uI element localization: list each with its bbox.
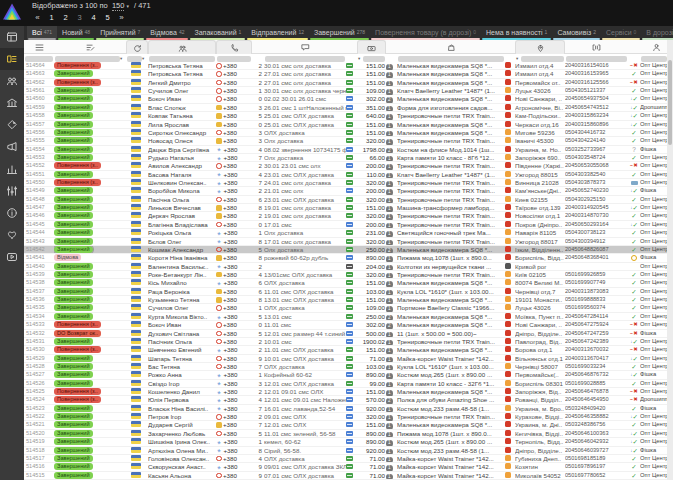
tab-Всі[interactable]: Всі471 xyxy=(27,26,57,40)
status-cell[interactable]: Завершений xyxy=(54,246,126,254)
filter-input[interactable] xyxy=(363,56,385,62)
phone-cell[interactable]: +380 xyxy=(216,196,252,204)
table-row[interactable]: 514556ЗавершенийСиротюк Олександр+3803ОЛ… xyxy=(24,129,673,137)
status-cell[interactable]: Повернення (з.. xyxy=(54,396,126,404)
pagination-page-3[interactable]: 3 xyxy=(74,12,85,23)
pagination-page-1[interactable]: 1 xyxy=(46,12,57,23)
phone-cell[interactable]: *+380 xyxy=(216,238,252,246)
table-row[interactable]: 514525Повернення (з..Кошеленко Данил*+38… xyxy=(24,388,673,396)
phone-cell[interactable]: *+380 xyxy=(216,179,252,187)
table-row[interactable]: 514546ЗавершенийДеркач Ярослав+380219.01… xyxy=(24,212,673,220)
ttn-number[interactable]: 20450647247259 xyxy=(565,330,628,338)
pagination-first-button[interactable]: « xyxy=(32,12,43,23)
table-row[interactable]: 514560ЗавершенийБокоч Иван+380002.02 30.… xyxy=(24,95,673,103)
table-row[interactable]: 514533Повернення (з..Бокоч Иван+380011.0… xyxy=(24,321,673,329)
ttn-number[interactable]: 0503248386756 xyxy=(565,421,628,429)
ttn-number[interactable]: 20450654937504 xyxy=(565,95,628,103)
ttn-number[interactable]: 0504304224140 xyxy=(565,137,628,145)
filter-input[interactable] xyxy=(398,56,504,62)
filter-input[interactable] xyxy=(127,56,142,62)
status-cell[interactable]: Завершений xyxy=(54,371,126,379)
ttn-number[interactable]: 20450646100363 xyxy=(565,430,628,438)
phone-cell[interactable]: +380 xyxy=(216,455,252,463)
filter-input[interactable] xyxy=(25,56,53,62)
status-cell[interactable]: Завершений xyxy=(54,146,126,154)
phone-cell[interactable]: +380 xyxy=(216,121,252,129)
ttn-number[interactable]: 0504305121337 xyxy=(565,87,628,95)
sidebar-item-statistics[interactable] xyxy=(0,158,24,180)
ttn-number[interactable]: 0501698185189 xyxy=(565,455,628,463)
filter-input[interactable] xyxy=(265,56,345,62)
column-header-carrier[interactable] xyxy=(505,40,515,53)
pagination-page-4[interactable]: 4 xyxy=(88,12,99,23)
filter-input[interactable] xyxy=(566,56,627,62)
column-header-comment[interactable] xyxy=(264,40,346,53)
ttn-number[interactable]: 20450652740230 xyxy=(565,187,628,195)
column-header-ttn[interactable] xyxy=(565,40,628,53)
table-row[interactable]: 514553ЗавершенийРудько Наталья*+3807Олх … xyxy=(24,154,673,162)
table-row[interactable]: 514540ЗавершенийВалентина Васильє..*+380… xyxy=(24,263,673,271)
sidebar-item-orders[interactable] xyxy=(0,48,24,70)
ttn-number[interactable]: 20450646454950 xyxy=(565,396,628,404)
filter-input[interactable] xyxy=(217,56,251,62)
status-cell[interactable]: Завершений xyxy=(54,313,126,321)
phone-cell[interactable]: +380 xyxy=(216,212,252,220)
status-cell[interactable]: Відмова xyxy=(54,254,126,262)
status-cell[interactable]: Завершений xyxy=(54,430,126,438)
status-cell[interactable]: Завершений xyxy=(54,171,126,179)
filter-input[interactable] xyxy=(55,56,120,62)
table-row[interactable]: 514524Повернення (з..Юлія Первова*+38041… xyxy=(24,396,673,404)
phone-cell[interactable]: *+380 xyxy=(216,263,252,271)
table-row[interactable]: 514517ЗавершенийГоловінова Олексан..+380… xyxy=(24,455,673,463)
ttn-number[interactable]: 20400314920545 xyxy=(565,204,628,212)
page-size-select[interactable]: 150 xyxy=(112,1,125,11)
filter-input[interactable] xyxy=(149,56,215,62)
phone-cell[interactable]: +380 xyxy=(216,330,252,338)
table-row[interactable]: 514522ЗавершенийПетров Ігор+380209.01 см… xyxy=(24,413,673,421)
ttn-number[interactable]: 0501699560374 xyxy=(565,304,628,312)
phone-cell[interactable]: +380 xyxy=(216,104,252,112)
tab-Самовивіз[interactable]: Самовивіз2 xyxy=(552,26,601,40)
tab-Відмова[interactable]: Відмова42 xyxy=(145,26,189,40)
phone-cell[interactable]: +380 xyxy=(216,421,252,429)
ttn-number[interactable]: 0504300738123 xyxy=(565,229,628,237)
ttn-number[interactable]: 20450647242389 xyxy=(565,338,628,346)
ttn-number[interactable]: 0501697780652 xyxy=(565,472,628,480)
ttn-number[interactable]: 0504303548724 xyxy=(565,154,628,162)
status-cell[interactable]: Завершений xyxy=(54,121,126,129)
table-row[interactable]: 514562Повернення (з..Легкий Дмитро+38022… xyxy=(24,79,673,87)
tab-Відправлений[interactable]: Відправлений12 xyxy=(246,26,309,40)
status-cell[interactable]: Завершений xyxy=(54,187,126,195)
ttn-number[interactable]: 0501697896197 xyxy=(565,463,628,471)
phone-cell[interactable]: +380 xyxy=(216,95,252,103)
status-cell[interactable]: Завершений xyxy=(54,279,126,287)
status-cell[interactable]: Повернення (з.. xyxy=(54,62,126,70)
filter-input[interactable] xyxy=(521,56,564,62)
ttn-number[interactable]: 20450647275924 xyxy=(565,321,628,329)
ttn-number[interactable]: 20450646039727 xyxy=(565,447,628,455)
phone-cell[interactable]: *+380 xyxy=(216,171,252,179)
tab-В дорозі додому[interactable]: В дорозі додому0 xyxy=(641,26,673,40)
vertical-scrollbar[interactable] xyxy=(667,40,673,480)
phone-cell[interactable]: *+380 xyxy=(216,396,252,404)
status-cell[interactable]: Завершений xyxy=(54,196,126,204)
pagination-page-5[interactable]: 5 xyxy=(102,12,113,23)
status-cell[interactable]: Повернення (з.. xyxy=(54,388,126,396)
sidebar-item-info[interactable] xyxy=(0,202,24,224)
phone-cell[interactable]: +380 xyxy=(216,70,252,78)
table-row[interactable]: 514564Повернення (з..Петровська Тетяна+3… xyxy=(24,62,673,70)
tab-Нема в наявності[interactable]: Нема в наявності1 xyxy=(481,26,552,40)
tab-Завершений[interactable]: Завершений278 xyxy=(309,26,370,40)
sidebar-item-clients[interactable] xyxy=(0,70,24,92)
pagination-last-button[interactable]: » xyxy=(116,12,127,23)
sidebar-item-video[interactable] xyxy=(0,246,24,268)
table-row[interactable]: 514535ЗавершенийСучилов Олег+3801ОЛХ дос… xyxy=(24,304,673,312)
status-cell[interactable]: Завершений xyxy=(54,87,126,95)
phone-cell[interactable]: +380 xyxy=(216,162,252,170)
ttn-number[interactable]: 20400315863234 xyxy=(565,112,628,120)
tab-Прийнятий[interactable]: Прийнятий7 xyxy=(95,26,145,40)
column-header-location[interactable] xyxy=(515,40,565,54)
column-header-client[interactable] xyxy=(148,40,216,54)
phone-cell[interactable]: +380 xyxy=(216,79,252,87)
ttn-number[interactable]: 20450653055068 xyxy=(565,162,628,170)
